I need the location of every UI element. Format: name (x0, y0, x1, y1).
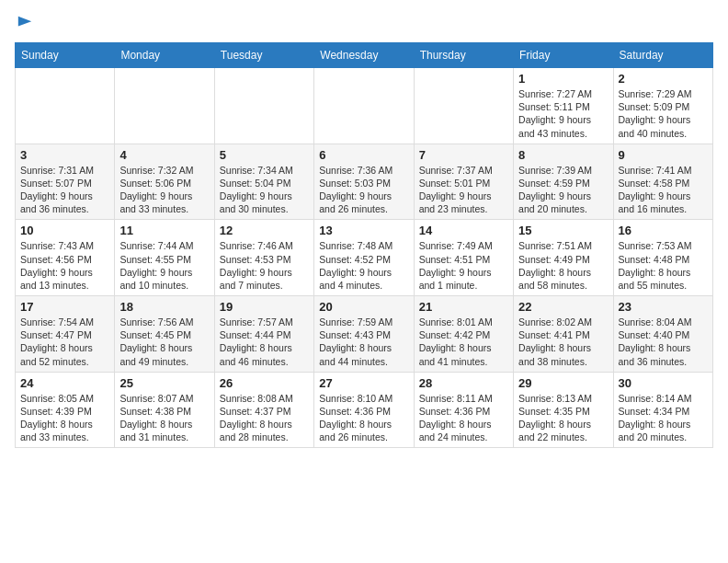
calendar-cell: 6Sunrise: 7:36 AM Sunset: 5:03 PM Daylig… (314, 144, 414, 220)
calendar-cell: 16Sunrise: 7:53 AM Sunset: 4:48 PM Dayli… (613, 220, 712, 296)
day-number: 20 (319, 300, 408, 314)
day-number: 9 (619, 148, 708, 162)
day-of-week-header: Saturday (613, 43, 712, 68)
calendar-cell: 20Sunrise: 7:59 AM Sunset: 4:43 PM Dayli… (314, 296, 414, 373)
calendar-cell: 22Sunrise: 8:02 AM Sunset: 4:41 PM Dayli… (514, 296, 613, 373)
day-info: Sunrise: 7:49 AM Sunset: 4:51 PM Dayligh… (419, 239, 508, 292)
day-number: 27 (319, 376, 408, 390)
day-info: Sunrise: 7:51 AM Sunset: 4:49 PM Dayligh… (518, 239, 608, 292)
day-number: 2 (619, 72, 708, 86)
calendar-week-row: 3Sunrise: 7:31 AM Sunset: 5:07 PM Daylig… (16, 144, 713, 220)
day-number: 17 (20, 300, 109, 314)
calendar-cell (115, 68, 214, 144)
day-info: Sunrise: 8:05 AM Sunset: 4:39 PM Dayligh… (20, 392, 109, 444)
calendar-cell: 30Sunrise: 8:14 AM Sunset: 4:34 PM Dayli… (613, 372, 712, 448)
calendar-cell: 12Sunrise: 7:46 AM Sunset: 4:53 PM Dayli… (214, 220, 313, 296)
day-number: 1 (518, 72, 608, 86)
day-info: Sunrise: 7:29 AM Sunset: 5:09 PM Dayligh… (619, 87, 708, 140)
calendar-cell: 24Sunrise: 8:05 AM Sunset: 4:39 PM Dayli… (16, 372, 115, 448)
calendar-cell: 10Sunrise: 7:43 AM Sunset: 4:56 PM Dayli… (16, 220, 115, 296)
day-info: Sunrise: 7:44 AM Sunset: 4:55 PM Dayligh… (119, 239, 209, 292)
calendar-cell: 5Sunrise: 7:34 AM Sunset: 5:04 PM Daylig… (214, 144, 313, 220)
calendar-cell: 2Sunrise: 7:29 AM Sunset: 5:09 PM Daylig… (613, 68, 712, 144)
day-number: 30 (619, 376, 708, 390)
day-info: Sunrise: 7:43 AM Sunset: 4:56 PM Dayligh… (20, 239, 109, 292)
day-info: Sunrise: 7:37 AM Sunset: 5:01 PM Dayligh… (419, 164, 508, 216)
calendar-cell: 18Sunrise: 7:56 AM Sunset: 4:45 PM Dayli… (115, 296, 214, 373)
day-info: Sunrise: 8:01 AM Sunset: 4:42 PM Dayligh… (419, 316, 508, 368)
day-info: Sunrise: 7:34 AM Sunset: 5:04 PM Dayligh… (220, 164, 309, 216)
logo-flag-icon (17, 15, 33, 31)
svg-marker-0 (18, 17, 31, 27)
day-info: Sunrise: 7:41 AM Sunset: 4:58 PM Dayligh… (619, 164, 708, 216)
calendar-cell: 17Sunrise: 7:54 AM Sunset: 4:47 PM Dayli… (16, 296, 115, 373)
calendar-cell: 26Sunrise: 8:08 AM Sunset: 4:37 PM Dayli… (214, 372, 313, 448)
day-number: 24 (20, 376, 109, 390)
day-info: Sunrise: 8:08 AM Sunset: 4:37 PM Dayligh… (220, 392, 309, 444)
day-info: Sunrise: 8:10 AM Sunset: 4:36 PM Dayligh… (319, 392, 408, 444)
calendar-cell: 21Sunrise: 8:01 AM Sunset: 4:42 PM Dayli… (414, 296, 513, 373)
day-number: 6 (319, 148, 408, 162)
day-info: Sunrise: 8:13 AM Sunset: 4:35 PM Dayligh… (518, 392, 608, 444)
calendar-week-row: 24Sunrise: 8:05 AM Sunset: 4:39 PM Dayli… (16, 372, 713, 448)
day-info: Sunrise: 7:36 AM Sunset: 5:03 PM Dayligh… (319, 164, 408, 216)
calendar-cell: 29Sunrise: 8:13 AM Sunset: 4:35 PM Dayli… (514, 372, 613, 448)
day-number: 28 (419, 376, 508, 390)
day-number: 29 (518, 376, 608, 390)
day-info: Sunrise: 7:32 AM Sunset: 5:06 PM Dayligh… (119, 164, 209, 216)
calendar-cell: 14Sunrise: 7:49 AM Sunset: 4:51 PM Dayli… (414, 220, 513, 296)
day-number: 13 (319, 224, 408, 237)
day-number: 4 (119, 148, 209, 162)
calendar-cell: 28Sunrise: 8:11 AM Sunset: 4:36 PM Dayli… (414, 372, 513, 448)
calendar-cell: 25Sunrise: 8:07 AM Sunset: 4:38 PM Dayli… (115, 372, 214, 448)
calendar-cell: 11Sunrise: 7:44 AM Sunset: 4:55 PM Dayli… (115, 220, 214, 296)
day-of-week-header: Sunday (16, 43, 115, 68)
calendar-cell: 27Sunrise: 8:10 AM Sunset: 4:36 PM Dayli… (314, 372, 414, 448)
calendar-table: SundayMondayTuesdayWednesdayThursdayFrid… (15, 42, 713, 448)
calendar-cell (414, 68, 513, 144)
day-number: 5 (220, 148, 309, 162)
day-number: 18 (119, 300, 209, 314)
day-number: 10 (20, 224, 109, 237)
day-number: 8 (518, 148, 608, 162)
day-info: Sunrise: 8:11 AM Sunset: 4:36 PM Dayligh… (419, 392, 508, 444)
day-of-week-header: Friday (514, 43, 613, 68)
day-info: Sunrise: 7:39 AM Sunset: 4:59 PM Dayligh… (518, 164, 608, 216)
day-number: 12 (220, 224, 309, 237)
day-info: Sunrise: 7:57 AM Sunset: 4:44 PM Dayligh… (220, 316, 309, 368)
day-number: 16 (619, 224, 708, 237)
day-of-week-header: Monday (115, 43, 214, 68)
day-info: Sunrise: 8:07 AM Sunset: 4:38 PM Dayligh… (119, 392, 209, 444)
day-number: 14 (419, 224, 508, 237)
day-info: Sunrise: 7:31 AM Sunset: 5:07 PM Dayligh… (20, 164, 109, 216)
day-info: Sunrise: 7:59 AM Sunset: 4:43 PM Dayligh… (319, 316, 408, 368)
calendar-cell: 15Sunrise: 7:51 AM Sunset: 4:49 PM Dayli… (514, 220, 613, 296)
day-number: 21 (419, 300, 508, 314)
calendar-cell: 23Sunrise: 8:04 AM Sunset: 4:40 PM Dayli… (613, 296, 712, 373)
calendar-cell: 9Sunrise: 7:41 AM Sunset: 4:58 PM Daylig… (613, 144, 712, 220)
day-info: Sunrise: 7:56 AM Sunset: 4:45 PM Dayligh… (119, 316, 209, 368)
day-number: 3 (20, 148, 109, 162)
calendar-cell: 3Sunrise: 7:31 AM Sunset: 5:07 PM Daylig… (16, 144, 115, 220)
calendar-cell: 7Sunrise: 7:37 AM Sunset: 5:01 PM Daylig… (414, 144, 513, 220)
day-number: 25 (119, 376, 209, 390)
day-number: 19 (220, 300, 309, 314)
calendar-cell: 1Sunrise: 7:27 AM Sunset: 5:11 PM Daylig… (514, 68, 613, 144)
day-info: Sunrise: 8:04 AM Sunset: 4:40 PM Dayligh… (619, 316, 708, 368)
day-number: 11 (119, 224, 209, 237)
calendar-cell: 19Sunrise: 7:57 AM Sunset: 4:44 PM Dayli… (214, 296, 313, 373)
day-of-week-header: Thursday (414, 43, 513, 68)
header (15, 15, 713, 31)
calendar-cell (214, 68, 313, 144)
logo (15, 15, 33, 31)
day-info: Sunrise: 7:54 AM Sunset: 4:47 PM Dayligh… (20, 316, 109, 368)
day-of-week-header: Tuesday (214, 43, 313, 68)
day-number: 22 (518, 300, 608, 314)
day-info: Sunrise: 8:02 AM Sunset: 4:41 PM Dayligh… (518, 316, 608, 368)
calendar-cell (16, 68, 115, 144)
day-number: 23 (619, 300, 708, 314)
day-info: Sunrise: 7:48 AM Sunset: 4:52 PM Dayligh… (319, 239, 408, 292)
calendar-header-row: SundayMondayTuesdayWednesdayThursdayFrid… (16, 43, 713, 68)
calendar-cell: 13Sunrise: 7:48 AM Sunset: 4:52 PM Dayli… (314, 220, 414, 296)
day-info: Sunrise: 7:46 AM Sunset: 4:53 PM Dayligh… (220, 239, 309, 292)
